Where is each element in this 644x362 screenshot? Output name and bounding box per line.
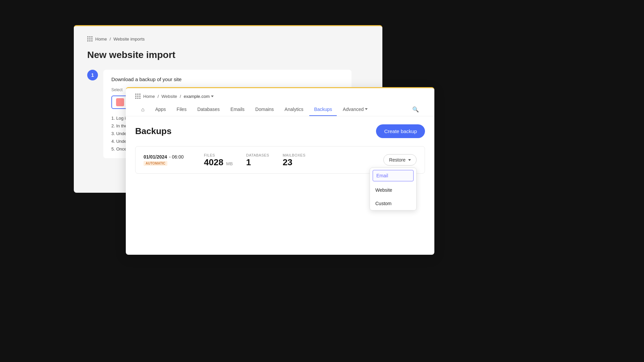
tab-analytics[interactable]: Analytics xyxy=(280,103,308,116)
files-unit: MB xyxy=(226,161,233,166)
breadcrumb-sep1: / xyxy=(110,37,111,42)
home-icon: ⌂ xyxy=(141,107,145,113)
breadcrumb-home[interactable]: Home xyxy=(95,37,107,42)
dropdown-item-custom[interactable]: Custom xyxy=(370,197,416,210)
fg-breadcrumb-website[interactable]: Website xyxy=(161,94,177,99)
dropdown-item-email[interactable]: Email xyxy=(373,170,414,181)
domain-name: example.com xyxy=(184,94,210,99)
foreground-panel: Home / Website / example.com ⌂ Apps File… xyxy=(126,87,434,255)
fg-breadcrumb: Home / Website / example.com xyxy=(135,94,425,99)
tab-apps[interactable]: Apps xyxy=(151,103,171,116)
select-box-icon xyxy=(116,98,124,106)
databases-label: DATABASES xyxy=(246,153,269,157)
tab-domains[interactable]: Domains xyxy=(251,103,278,116)
restore-dropdown: Email Website Custom xyxy=(370,168,417,210)
files-label: FILES xyxy=(204,153,233,157)
dropdown-item-website[interactable]: Website xyxy=(370,183,416,197)
step-badge: 1 xyxy=(87,70,98,80)
databases-value: 1 xyxy=(246,158,269,167)
backup-card: 01/01/2024 - 06:00 AUTOMATIC FILES 4028 … xyxy=(135,146,425,174)
tab-advanced[interactable]: Advanced xyxy=(338,103,372,116)
files-value: 4028 xyxy=(204,157,223,167)
step-card-title: Download a backup of your site xyxy=(111,76,343,82)
restore-button[interactable]: Restore xyxy=(383,154,417,166)
create-backup-button[interactable]: Create backup xyxy=(376,124,425,138)
fg-body: Backups Create backup 01/01/2024 - 06:00… xyxy=(126,116,434,182)
backup-date: 01/01/2024 - 06:00 xyxy=(144,154,191,160)
chevron-down-icon xyxy=(211,96,214,97)
panel-header: Home / Website / example.com ⌂ Apps File… xyxy=(126,88,434,116)
files-value-row: 4028 MB xyxy=(204,158,233,167)
backups-header: Backups Create backup xyxy=(135,124,425,138)
domain-selector[interactable]: example.com xyxy=(184,94,214,99)
backup-tag: AUTOMATIC xyxy=(144,161,167,166)
breadcrumb-current[interactable]: Website imports xyxy=(113,37,145,42)
mailboxes-value: 23 xyxy=(283,158,306,167)
nav-tabs: ⌂ Apps Files Databases Emails Domains An… xyxy=(135,103,425,116)
tab-emails[interactable]: Emails xyxy=(226,103,249,116)
restore-chevron-icon xyxy=(408,159,411,161)
tab-backups[interactable]: Backups xyxy=(309,103,337,116)
breadcrumb: Home / Website imports xyxy=(87,36,369,42)
backups-title: Backups xyxy=(135,126,171,136)
fg-breadcrumb-sep1: / xyxy=(158,94,159,99)
databases-stat: DATABASES 1 xyxy=(246,153,269,167)
advanced-chevron-icon xyxy=(365,108,368,110)
fg-breadcrumb-home[interactable]: Home xyxy=(143,94,155,99)
tab-home[interactable]: ⌂ xyxy=(137,103,149,116)
page-title: New website import xyxy=(87,50,369,60)
restore-btn-wrapper: Restore Email Website Custom xyxy=(383,154,417,166)
search-icon[interactable]: 🔍 xyxy=(408,103,424,116)
grid-icon xyxy=(87,36,93,42)
mailboxes-label: MAILBOXES xyxy=(283,153,306,157)
files-stat: FILES 4028 MB xyxy=(204,153,233,167)
tab-databases[interactable]: Databases xyxy=(193,103,224,116)
tab-files[interactable]: Files xyxy=(172,103,192,116)
fg-breadcrumb-sep2: / xyxy=(180,94,181,99)
mailboxes-stat: MAILBOXES 23 xyxy=(283,153,306,167)
fg-grid-icon xyxy=(135,94,141,99)
backup-date-col: 01/01/2024 - 06:00 AUTOMATIC xyxy=(144,154,191,166)
